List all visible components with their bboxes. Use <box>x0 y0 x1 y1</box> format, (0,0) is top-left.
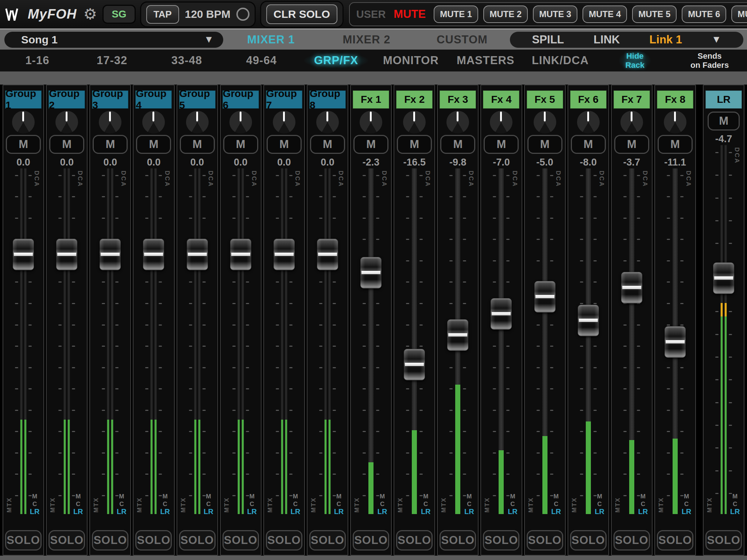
channel-name-label[interactable]: Fx 6 <box>570 90 607 109</box>
pan-knob[interactable] <box>99 111 121 133</box>
fader-handle[interactable] <box>317 239 338 270</box>
solo-button[interactable]: SOLO <box>657 530 693 551</box>
channel-name-label[interactable]: LR <box>705 90 742 109</box>
fader-handle[interactable] <box>665 326 686 358</box>
tab-49-64[interactable]: 49-64 <box>224 54 299 67</box>
mute-button[interactable]: M <box>708 112 740 131</box>
mute-button[interactable]: M <box>397 135 432 154</box>
pan-knob[interactable] <box>316 111 339 133</box>
tab-1-16[interactable]: 1-16 <box>0 54 75 67</box>
fader-handle[interactable] <box>143 239 164 270</box>
solo-button[interactable]: SOLO <box>440 530 476 551</box>
fader-handle[interactable] <box>491 298 512 330</box>
mute-button[interactable]: M <box>527 135 562 154</box>
mute-button[interactable]: M <box>614 135 649 154</box>
mute-button[interactable]: M <box>6 135 41 154</box>
fader-handle[interactable] <box>404 349 425 380</box>
solo-button[interactable]: SOLO <box>49 530 85 551</box>
mute-button[interactable]: M <box>484 135 519 154</box>
pan-knob[interactable] <box>360 111 382 133</box>
fader-handle[interactable] <box>13 239 34 270</box>
pan-knob[interactable] <box>273 111 295 133</box>
solo-button[interactable]: SOLO <box>570 530 607 551</box>
sends-on-faders-button[interactable]: Sendson Faders <box>672 51 747 70</box>
mute-1-button[interactable]: MUTE 1 <box>434 5 478 23</box>
solo-button[interactable]: SOLO <box>353 530 389 551</box>
channel-name-label[interactable]: Fx 3 <box>440 90 476 109</box>
mute-button[interactable]: M <box>136 135 171 154</box>
mute-button[interactable]: M <box>353 135 388 154</box>
fader-handle[interactable] <box>621 272 642 303</box>
channel-name-label[interactable]: Group 7 <box>266 90 302 109</box>
fader-handle[interactable] <box>274 239 295 270</box>
mute-2-button[interactable]: MUTE 2 <box>483 5 528 23</box>
channel-name-label[interactable]: Fx 7 <box>614 90 650 109</box>
channel-name-label[interactable]: Group 5 <box>179 90 216 109</box>
tab-masters[interactable]: MASTERS <box>448 54 523 67</box>
mute-button[interactable]: M <box>571 135 606 154</box>
solo-button[interactable]: SOLO <box>135 530 172 551</box>
mute-mode-label[interactable]: MUTE <box>394 8 426 21</box>
channel-name-label[interactable]: Group 2 <box>49 90 85 109</box>
tab-17-32[interactable]: 17-32 <box>75 54 150 67</box>
pan-knob[interactable] <box>55 111 78 133</box>
gear-icon[interactable]: ⚙ <box>84 7 97 22</box>
channel-name-label[interactable]: Group 1 <box>5 90 42 109</box>
solo-button[interactable]: SOLO <box>222 530 259 551</box>
hide-rack-button[interactable]: HideRack <box>597 51 672 70</box>
tab-link-dca[interactable]: LINK/DCA <box>523 54 598 67</box>
bpm-display[interactable]: 120 BPM <box>185 8 231 20</box>
tab-custom[interactable]: CUSTOM <box>414 33 510 46</box>
channel-name-label[interactable]: Fx 1 <box>353 90 389 109</box>
mute-button[interactable]: M <box>267 135 302 154</box>
mute-3-button[interactable]: MUTE 3 <box>533 5 577 23</box>
tab-mixer-1[interactable]: MIXER 1 <box>223 33 319 46</box>
pan-knob[interactable] <box>403 111 426 133</box>
mute-button[interactable]: M <box>440 135 475 154</box>
channel-name-label[interactable]: Fx 2 <box>396 90 433 109</box>
tab-grp-fx[interactable]: GRP/FX <box>299 53 374 68</box>
pan-knob[interactable] <box>142 111 165 133</box>
channel-name-label[interactable]: Group 6 <box>222 90 259 109</box>
mute-7-button[interactable]: MUTE 7 <box>731 5 747 23</box>
spill-button[interactable]: SPILL <box>532 33 564 46</box>
fader-handle[interactable] <box>187 239 208 270</box>
mute-button[interactable]: M <box>93 135 128 154</box>
tab-mixer-2[interactable]: MIXER 2 <box>319 33 414 46</box>
mute-button[interactable]: M <box>658 135 693 154</box>
channel-name-label[interactable]: Group 4 <box>135 90 172 109</box>
solo-button[interactable]: SOLO <box>483 530 519 551</box>
link-button[interactable]: LINK <box>593 33 620 46</box>
channel-name-label[interactable]: Fx 5 <box>527 90 563 109</box>
pan-knob[interactable] <box>490 111 512 133</box>
solo-button[interactable]: SOLO <box>614 530 650 551</box>
mute-button[interactable]: M <box>223 135 258 154</box>
fader-handle[interactable] <box>56 239 77 270</box>
fader-handle[interactable] <box>447 319 468 351</box>
solo-button[interactable]: SOLO <box>266 530 302 551</box>
sg-button[interactable]: SG <box>104 6 134 23</box>
pan-knob[interactable] <box>577 111 600 133</box>
solo-button[interactable]: SOLO <box>705 530 742 551</box>
pan-knob[interactable] <box>620 111 643 133</box>
clear-solo-button[interactable]: CLR SOLO <box>266 4 337 24</box>
fader-handle[interactable] <box>534 281 556 312</box>
mute-button[interactable]: M <box>49 135 84 154</box>
fader-handle[interactable] <box>360 257 382 288</box>
solo-button[interactable]: SOLO <box>92 530 128 551</box>
channel-name-label[interactable]: Group 8 <box>309 90 346 109</box>
solo-button[interactable]: SOLO <box>179 530 216 551</box>
link-chevron-down-icon[interactable]: ▼ <box>712 34 721 45</box>
pan-knob[interactable] <box>534 111 556 133</box>
solo-button[interactable]: SOLO <box>309 530 346 551</box>
channel-name-label[interactable]: Group 3 <box>92 90 128 109</box>
solo-button[interactable]: SOLO <box>527 530 563 551</box>
mute-button[interactable]: M <box>310 135 345 154</box>
pan-knob[interactable] <box>229 111 252 133</box>
mute-button[interactable]: M <box>180 135 215 154</box>
tab-monitor[interactable]: MONITOR <box>374 54 448 67</box>
tap-tempo-button[interactable]: TAP <box>146 5 179 24</box>
pan-knob[interactable] <box>446 111 469 133</box>
channel-name-label[interactable]: Fx 8 <box>657 90 693 109</box>
pan-knob[interactable] <box>664 111 686 133</box>
